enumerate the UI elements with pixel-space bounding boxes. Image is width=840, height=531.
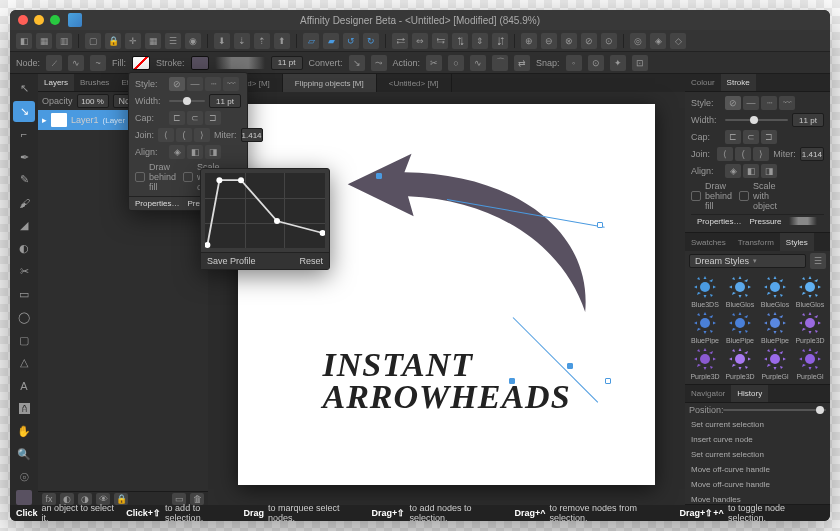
style-none-icon[interactable]: ⊘: [725, 96, 741, 110]
node-sharp-icon[interactable]: ⟋: [46, 55, 62, 71]
artboard[interactable]: INSTANT ARROWHEADS: [238, 104, 655, 485]
pop-style-solid-icon[interactable]: —: [187, 77, 203, 91]
smooth-curve-icon[interactable]: ∿: [470, 55, 486, 71]
pop-join-round-icon[interactable]: (: [176, 128, 192, 142]
tab-brushes[interactable]: Brushes: [74, 74, 115, 91]
fwd-one-icon[interactable]: ⇡: [254, 33, 270, 49]
flip-v-icon[interactable]: ▰: [323, 33, 339, 49]
move-back-icon[interactable]: ⬇: [214, 33, 230, 49]
corner-tool-icon[interactable]: ⌐: [13, 124, 35, 145]
flip-h-icon[interactable]: ▱: [303, 33, 319, 49]
doc-tab-3[interactable]: <Untitled> [M]: [377, 74, 452, 92]
style-menu-icon[interactable]: ☰: [810, 253, 826, 269]
pop-draw-behind-checkbox[interactable]: [135, 172, 145, 182]
history-item[interactable]: Set current selection: [685, 447, 830, 462]
cap-round-icon[interactable]: ⊂: [743, 130, 759, 144]
pop-align-i-icon[interactable]: ◧: [187, 145, 203, 159]
transparency-tool-icon[interactable]: ◐: [13, 238, 35, 259]
stroke-swatch[interactable]: [191, 56, 209, 70]
node-smooth-icon[interactable]: ∿: [68, 55, 84, 71]
join-round-icon[interactable]: (: [735, 147, 751, 161]
cap-butt-icon[interactable]: ⊏: [725, 130, 741, 144]
style-swatch[interactable]: BlueGlos: [794, 275, 826, 308]
pressure-link[interactable]: Pressure: [749, 217, 781, 226]
node-smart-icon[interactable]: ~: [90, 55, 106, 71]
style-swatch[interactable]: PurpleGl: [759, 347, 791, 380]
zoom-tool-icon[interactable]: 🔍: [13, 444, 35, 465]
tab-transform[interactable]: Transform: [732, 233, 780, 251]
rotate-cw-icon[interactable]: ↻: [363, 33, 379, 49]
brush-tool-icon[interactable]: 🖌: [13, 192, 35, 213]
style-set-dropdown[interactable]: Dream Styles: [689, 254, 806, 268]
pop-align-o-icon[interactable]: ◨: [205, 145, 221, 159]
join-icon[interactable]: ⌒: [492, 55, 508, 71]
divide-icon[interactable]: ⊙: [601, 33, 617, 49]
width-input[interactable]: 11 pt: [792, 113, 824, 127]
style-swatch[interactable]: PurpleGl: [794, 347, 826, 380]
align-bottom-icon[interactable]: ⮃: [492, 33, 508, 49]
align-top-icon[interactable]: ⮁: [452, 33, 468, 49]
insert-target-icon[interactable]: ◎: [630, 33, 646, 49]
pop-style-dash-icon[interactable]: ┄: [205, 77, 221, 91]
style-swatch[interactable]: BluePipe: [759, 311, 791, 344]
width-slider[interactable]: [725, 117, 788, 123]
save-profile-button[interactable]: Save Profile: [207, 256, 256, 266]
style-solid-icon[interactable]: —: [743, 96, 759, 110]
opacity-input[interactable]: 100 %: [77, 94, 109, 108]
ellipse-tool-icon[interactable]: ◯: [13, 307, 35, 328]
snap-2-icon[interactable]: ⊙: [588, 55, 604, 71]
history-slider[interactable]: [723, 407, 826, 413]
pop-style-brush-icon[interactable]: 〰: [223, 77, 239, 91]
arrow-shape[interactable]: [330, 127, 614, 348]
add-op-icon[interactable]: ⊕: [521, 33, 537, 49]
pop-cap-round-icon[interactable]: ⊂: [187, 111, 203, 125]
pop-scale-checkbox[interactable]: [183, 172, 193, 182]
align-right-icon[interactable]: ⮀: [432, 33, 448, 49]
history-item[interactable]: Set current selection: [685, 417, 830, 432]
view-icon[interactable]: ◉: [185, 33, 201, 49]
align-inside-icon[interactable]: ◧: [743, 164, 759, 178]
style-swatch[interactable]: Purple3D: [724, 347, 756, 380]
pop-cap-butt-icon[interactable]: ⊏: [169, 111, 185, 125]
pressure-graph[interactable]: [205, 173, 325, 248]
join-bevel-icon[interactable]: ⟩: [753, 147, 769, 161]
break-icon[interactable]: ✂: [426, 55, 442, 71]
snap-3-icon[interactable]: ✦: [610, 55, 626, 71]
fill-tool-icon[interactable]: ◢: [13, 215, 35, 236]
tab-navigator[interactable]: Navigator: [685, 385, 731, 402]
pen-tool-icon[interactable]: ✒: [13, 147, 35, 168]
join-miter-icon[interactable]: ⟨: [717, 147, 733, 161]
style-swatch[interactable]: Purple3D: [689, 347, 721, 380]
stroke-preview[interactable]: [215, 57, 265, 69]
pop-miter-input[interactable]: 1.414: [241, 128, 263, 142]
tab-layers[interactable]: Layers: [38, 74, 74, 91]
back-one-icon[interactable]: ⇣: [234, 33, 250, 49]
convert-2-icon[interactable]: ⤳: [371, 55, 387, 71]
persona-designer-icon[interactable]: ◧: [16, 33, 32, 49]
sub-op-icon[interactable]: ⊖: [541, 33, 557, 49]
canvas-text[interactable]: INSTANT ARROWHEADS: [322, 349, 570, 412]
lock-children-icon[interactable]: 🔒: [105, 33, 121, 49]
xor-icon[interactable]: ⊘: [581, 33, 597, 49]
triangle-tool-icon[interactable]: △: [13, 353, 35, 374]
move-front-icon[interactable]: ⬆: [274, 33, 290, 49]
clip-icon[interactable]: ▢: [85, 33, 101, 49]
pop-align-c-icon[interactable]: ◈: [169, 145, 185, 159]
draw-behind-checkbox[interactable]: [691, 191, 701, 201]
close-curve-icon[interactable]: ○: [448, 55, 464, 71]
pop-join-bevel-icon[interactable]: ⟩: [194, 128, 210, 142]
pop-style-none-icon[interactable]: ⊘: [169, 77, 185, 91]
properties-link[interactable]: Properties…: [697, 217, 741, 226]
rounded-rect-tool-icon[interactable]: ▢: [13, 330, 35, 351]
style-swatch[interactable]: BluePipe: [689, 311, 721, 344]
node-tool-icon[interactable]: ↘: [13, 101, 35, 122]
style-brush-icon[interactable]: 〰: [779, 96, 795, 110]
history-item[interactable]: Move off-curve handle: [685, 462, 830, 477]
history-item[interactable]: Insert curve node: [685, 432, 830, 447]
pop-join-miter-icon[interactable]: ⟨: [158, 128, 174, 142]
pop-width-input[interactable]: 11 pt: [209, 94, 241, 108]
crop-tool-icon[interactable]: ✂: [13, 261, 35, 282]
align-center-icon[interactable]: ◈: [725, 164, 741, 178]
anchor-node[interactable]: [376, 173, 382, 179]
pop-cap-square-icon[interactable]: ⊐: [205, 111, 221, 125]
